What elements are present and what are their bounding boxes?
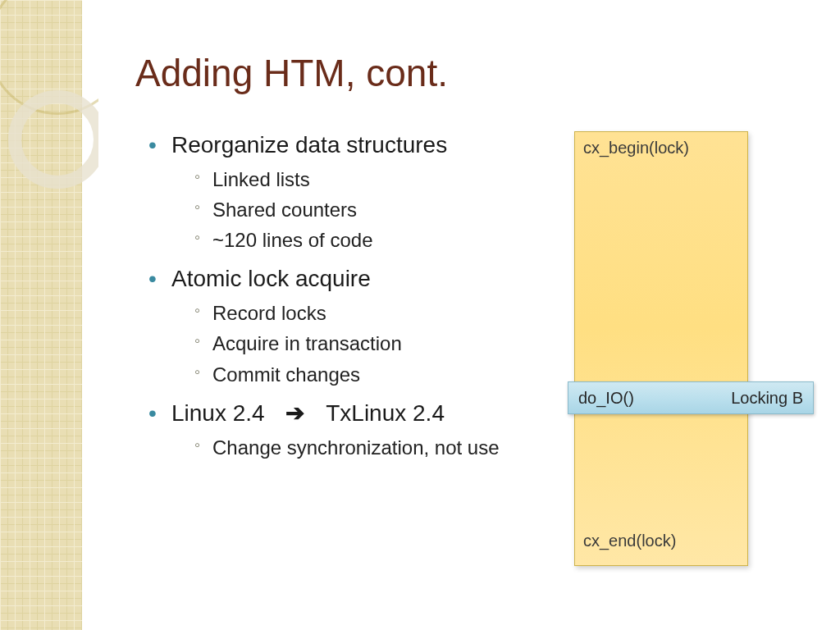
bullet-1-sub-1: Linked lists: [194, 164, 521, 194]
bullet-2-sub-1: Record locks: [194, 298, 521, 328]
bullet-1-head: Reorganize data structures: [144, 130, 521, 161]
bullet-content: Reorganize data structures Linked lists …: [144, 130, 521, 471]
bullet-1-sub-2: Shared counters: [194, 194, 521, 225]
bullet-3-post: TxLinux 2.4: [317, 400, 445, 426]
bullet-3-sub-1: Change synchronization, not use: [194, 432, 521, 463]
io-bar: do_IO() Locking B: [568, 381, 814, 414]
bullet-1-sub-3: ~120 lines of code: [194, 225, 521, 255]
bullet-2-sub-2: Acquire in transaction: [194, 328, 521, 358]
bullet-3-head: Linux 2.4 ➔ TxLinux 2.4: [144, 398, 521, 429]
bullet-2: Atomic lock acquire Record locks Acquire…: [144, 263, 521, 389]
decorative-sidebar: [0, 0, 98, 630]
bullet-3: Linux 2.4 ➔ TxLinux 2.4 Change synchroni…: [144, 398, 521, 463]
ring-inner-icon: [8, 90, 98, 189]
bullet-2-sub-3: Commit changes: [194, 359, 521, 390]
box-begin-label: cx_begin(lock): [583, 139, 689, 158]
arrow-right-icon: ➔: [271, 400, 311, 426]
io-bar-left: do_IO(): [578, 389, 634, 408]
box-end-label: cx_end(lock): [583, 532, 676, 550]
transaction-box: cx_begin(lock) cx_end(lock): [574, 131, 748, 566]
slide-title: Adding HTM, cont.: [135, 51, 448, 95]
bullet-2-head: Atomic lock acquire: [144, 263, 521, 294]
bullet-1: Reorganize data structures Linked lists …: [144, 130, 521, 255]
bullet-3-pre: Linux 2.4: [171, 400, 265, 426]
io-bar-right: Locking B: [731, 389, 803, 408]
